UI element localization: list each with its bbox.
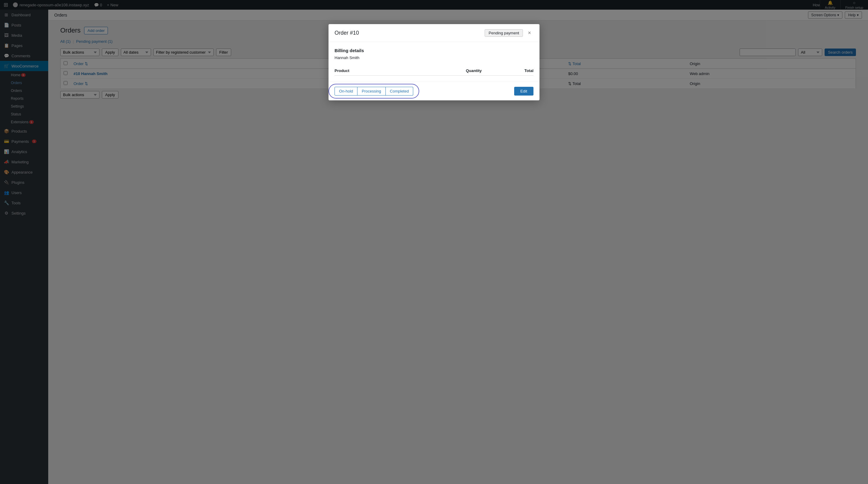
quantity-col-header: Quantity [454,68,494,73]
modal-status-badge: Pending payment [485,29,523,37]
product-col-header: Product [335,68,454,73]
status-buttons-wrapper: On-hold Processing Completed [335,87,413,95]
modal-close-button[interactable]: × [525,29,533,37]
billing-title: Billing details [335,48,533,53]
status-buttons-group: On-hold Processing Completed [335,87,413,95]
billing-name: Hannah Smith [335,56,533,60]
total-col-header-modal: Total [494,68,533,73]
order-modal: Order #10 Pending payment × Billing deta… [329,24,539,100]
modal-body: Billing details Hannah Smith Product Qua… [329,42,539,82]
edit-button[interactable]: Edit [514,87,533,95]
modal-overlay[interactable]: Order #10 Pending payment × Billing deta… [0,0,868,484]
completed-button[interactable]: Completed [386,87,413,95]
on-hold-button[interactable]: On-hold [335,87,358,95]
processing-button[interactable]: Processing [358,87,385,95]
modal-header: Order #10 Pending payment × [329,24,539,42]
modal-title: Order #10 [335,30,359,36]
modal-footer: On-hold Processing Completed Edit [329,82,539,100]
modal-table-header: Product Quantity Total [335,66,533,75]
